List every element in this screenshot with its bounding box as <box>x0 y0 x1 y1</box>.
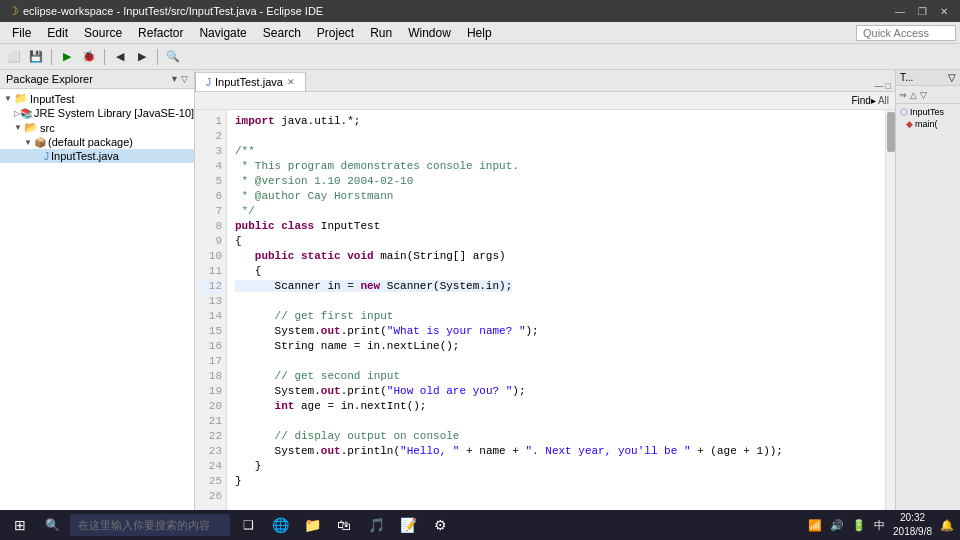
tab-icon: J <box>206 77 211 88</box>
tab-close-icon[interactable]: ✕ <box>287 77 295 87</box>
menu-window[interactable]: Window <box>400 24 459 42</box>
menu-refactor[interactable]: Refactor <box>130 24 191 42</box>
tab-inputtest-java[interactable]: J InputTest.java ✕ <box>195 72 306 91</box>
code-editor[interactable]: import java.util.*; /** * This program d… <box>227 110 885 510</box>
default-pkg-label: (default package) <box>48 136 133 148</box>
outline-panel: T... ▽ ⇒ △ ▽ ⬡ InputTes ◆ main( <box>895 70 960 510</box>
line-num: 2 <box>199 129 222 144</box>
outline-header: T... ▽ <box>896 70 960 86</box>
line-num: 8 <box>199 219 222 234</box>
store-icon[interactable]: 🛍 <box>330 511 358 539</box>
maximize-button[interactable]: ❐ <box>914 3 930 19</box>
toolbar-sep-2 <box>104 49 105 65</box>
menu-edit[interactable]: Edit <box>39 24 76 42</box>
code-area: 1 2 3 4 5 6 7 8 9 10 11 12 13 14 15 16 1 <box>195 110 895 510</box>
package-explorer-header: Package Explorer ▼ ▽ <box>0 70 194 89</box>
menu-run[interactable]: Run <box>362 24 400 42</box>
quick-access-input[interactable] <box>856 25 956 41</box>
close-button[interactable]: ✕ <box>936 3 952 19</box>
editor-tabs: J InputTest.java ✕ — □ <box>195 70 895 92</box>
pkg-icon: 📦 <box>34 137 46 148</box>
tree-item-src[interactable]: ▼ 📂 src <box>0 120 194 135</box>
settings-icon[interactable]: ⚙ <box>426 511 454 539</box>
menu-file[interactable]: File <box>4 24 39 42</box>
taskbar-search-input[interactable] <box>70 514 230 536</box>
java-file-label: InputTest.java <box>51 150 119 162</box>
task-view-icon[interactable]: ❑ <box>234 511 262 539</box>
line-num: 9 <box>199 234 222 249</box>
run-button[interactable]: ▶ <box>57 47 77 67</box>
editor-area: J InputTest.java ✕ — □ Find▸ All 1 2 3 4 <box>195 70 895 510</box>
notification-icon[interactable]: 🔔 <box>940 519 954 532</box>
editor-tab-buttons: — □ <box>875 81 895 91</box>
outline-btn-2[interactable]: △ <box>909 89 918 101</box>
toolbar: ⬜ 💾 ▶ 🐞 ◀ ▶ 🔍 <box>0 44 960 70</box>
outline-toolbar: ⇒ △ ▽ <box>896 86 960 104</box>
tab-label: InputTest.java <box>215 76 283 88</box>
line-num: 4 <box>199 159 222 174</box>
file-explorer-icon[interactable]: 📁 <box>298 511 326 539</box>
outline-item-class[interactable]: ⬡ InputTes <box>898 106 958 118</box>
outline-btn-1[interactable]: ⇒ <box>898 89 908 101</box>
pkg-collapse-icon[interactable]: ▼ <box>170 74 179 84</box>
all-label[interactable]: All <box>878 95 889 106</box>
forward-button[interactable]: ▶ <box>132 47 152 67</box>
menu-project[interactable]: Project <box>309 24 362 42</box>
line-num: 10 <box>199 249 222 264</box>
line-num: 20 <box>199 399 222 414</box>
search-button[interactable]: 🔍 <box>163 47 183 67</box>
new-button[interactable]: ⬜ <box>4 47 24 67</box>
minimize-editor-icon[interactable]: — <box>875 81 884 91</box>
save-button[interactable]: 💾 <box>26 47 46 67</box>
menu-source[interactable]: Source <box>76 24 130 42</box>
line-num: 5 <box>199 174 222 189</box>
outline-item-main[interactable]: ◆ main( <box>898 118 958 130</box>
word-icon[interactable]: 📝 <box>394 511 422 539</box>
line-num: 22 <box>199 429 222 444</box>
outline-btn-3[interactable]: ▽ <box>919 89 928 101</box>
tree-item-default-pkg[interactable]: ▼ 📦 (default package) <box>0 135 194 149</box>
menu-navigate[interactable]: Navigate <box>191 24 254 42</box>
line-num: 7 <box>199 204 222 219</box>
tree-item-project[interactable]: ▼ 📁 InputTest <box>0 91 194 106</box>
src-icon: 📂 <box>24 121 38 134</box>
outline-menu-icon[interactable]: ▽ <box>948 72 956 83</box>
package-explorer-panel: Package Explorer ▼ ▽ ▼ 📁 InputTest ▷ 📚 J… <box>0 70 195 510</box>
line-num: 15 <box>199 324 222 339</box>
titlebar-title: eclipse-workspace - InputTest/src/InputT… <box>23 5 323 17</box>
minimize-button[interactable]: — <box>892 3 908 19</box>
outline-tree: ⬡ InputTes ◆ main( <box>896 104 960 510</box>
expand-arrow-pkg: ▼ <box>24 138 34 147</box>
package-explorer-tree: ▼ 📁 InputTest ▷ 📚 JRE System Library [Ja… <box>0 89 194 510</box>
scroll-thumb <box>887 112 895 152</box>
menu-help[interactable]: Help <box>459 24 500 42</box>
time-display: 20:32 <box>893 511 932 525</box>
tree-item-inputtest-java[interactable]: J InputTest.java <box>0 149 194 163</box>
titlebar: ☽ eclipse-workspace - InputTest/src/Inpu… <box>0 0 960 22</box>
line-num: 11 <box>199 264 222 279</box>
expand-arrow-src: ▼ <box>14 123 24 132</box>
editor-scrollbar[interactable] <box>885 110 895 510</box>
search-icon[interactable]: 🔍 <box>38 511 66 539</box>
menubar: File Edit Source Refactor Navigate Searc… <box>0 22 960 44</box>
java-file-icon: J <box>44 151 49 162</box>
media-icon[interactable]: 🎵 <box>362 511 390 539</box>
start-button[interactable]: ⊞ <box>6 511 34 539</box>
volume-icon: 🔊 <box>830 519 844 532</box>
line-num: 1 <box>199 114 222 129</box>
method-label: main( <box>915 119 938 129</box>
menu-search[interactable]: Search <box>255 24 309 42</box>
jre-icon: 📚 <box>20 108 32 119</box>
taskbar: ⊞ 🔍 ❑ 🌐 📁 🛍 🎵 📝 ⚙ 📶 🔊 🔋 中 20:32 2018/9/8… <box>0 510 960 540</box>
line-num: 18 <box>199 369 222 384</box>
maximize-editor-icon[interactable]: □ <box>886 81 891 91</box>
tree-item-jre[interactable]: ▷ 📚 JRE System Library [JavaSE-10] <box>0 106 194 120</box>
line-num: 25 <box>199 474 222 489</box>
edge-icon[interactable]: 🌐 <box>266 511 294 539</box>
pkg-menu-icon[interactable]: ▽ <box>181 74 188 84</box>
battery-icon: 🔋 <box>852 519 866 532</box>
titlebar-left: ☽ eclipse-workspace - InputTest/src/Inpu… <box>8 4 323 18</box>
back-button[interactable]: ◀ <box>110 47 130 67</box>
line-num: 13 <box>199 294 222 309</box>
debug-button[interactable]: 🐞 <box>79 47 99 67</box>
